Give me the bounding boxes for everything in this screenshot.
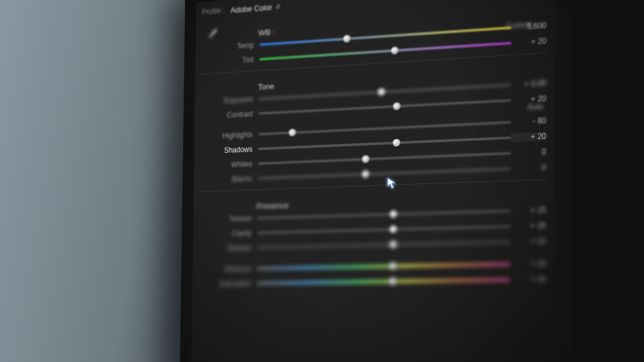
label-texture: Texture (197, 214, 258, 224)
label-highlights: Highlights (197, 130, 258, 141)
value-shadows[interactable]: + 20 (511, 131, 546, 142)
value-contrast[interactable]: + 20 (511, 94, 547, 104)
knob-contrast[interactable] (393, 102, 401, 111)
knob-shadows[interactable] (392, 139, 400, 147)
value-highlights[interactable]: - 80 (511, 116, 546, 127)
label-clarity: Clarity (196, 229, 257, 239)
value-clarity[interactable]: + 15 (511, 221, 546, 231)
value-texture[interactable]: + 15 (511, 206, 546, 216)
develop-panel: Color Black & White Profile : Adobe Colo… (191, 0, 555, 362)
knob-tint[interactable] (391, 47, 398, 55)
monitor-bezel: Color Black & White Profile : Adobe Colo… (180, 0, 575, 362)
knob-temp[interactable] (343, 35, 351, 43)
knob-clarity[interactable] (389, 226, 397, 233)
label-exposure: Exposure (198, 95, 259, 107)
value-blacks[interactable]: 0 (511, 163, 546, 173)
profile-value[interactable]: Adobe Color (230, 3, 272, 14)
slider-saturation[interactable] (257, 272, 510, 291)
label-vibrance: Vibrance (196, 265, 257, 274)
label-dehaze: Dehaze (196, 243, 257, 253)
value-whites[interactable]: 0 (511, 147, 546, 158)
label-blacks: Blacks (197, 174, 258, 185)
knob-exposure[interactable] (378, 88, 386, 96)
value-saturation[interactable]: + 15 (510, 275, 545, 284)
value-exposure[interactable]: + 0.00 (511, 79, 547, 90)
knob-dehaze[interactable] (389, 241, 397, 248)
label-shadows: Shadows (197, 145, 258, 156)
label-whites: Whites (197, 160, 258, 171)
label-tint: Tint (199, 55, 259, 68)
label-contrast: Contrast (198, 109, 259, 121)
profile-label: Profile : (202, 6, 225, 16)
knob-saturation[interactable] (389, 278, 396, 285)
knob-whites[interactable] (362, 155, 370, 163)
label-saturation: Saturation (196, 279, 257, 288)
label-temp: Temp (199, 40, 259, 53)
knob-blacks[interactable] (362, 170, 370, 178)
chevron-updown-icon[interactable]: ⇵ (275, 3, 280, 9)
knob-vibrance[interactable] (389, 262, 397, 270)
value-temp[interactable]: 5,600 (511, 21, 547, 32)
value-tint[interactable]: + 20 (511, 36, 547, 48)
knob-highlights[interactable] (289, 129, 296, 136)
value-vibrance[interactable]: + 15 (511, 259, 546, 269)
knob-texture[interactable] (389, 211, 397, 218)
value-dehaze[interactable]: + 15 (511, 237, 546, 247)
